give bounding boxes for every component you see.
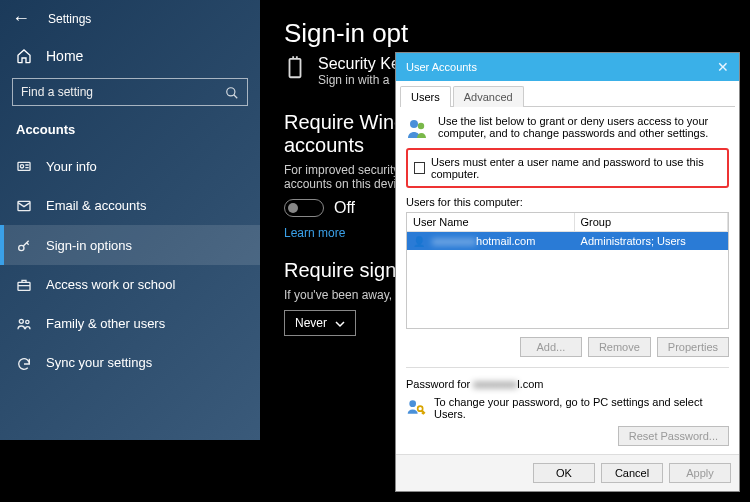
users-icon [406, 115, 430, 140]
user-name-redacted: xxxxxxxx [432, 235, 476, 247]
search-icon [225, 84, 239, 100]
col-group[interactable]: Group [575, 213, 728, 231]
close-icon[interactable]: ✕ [717, 59, 729, 75]
user-buttons: Add... Remove Properties [406, 337, 729, 357]
must-enter-checkbox[interactable] [414, 162, 425, 174]
reset-password-button[interactable]: Reset Password... [618, 426, 729, 446]
user-list-row[interactable]: 👤 xxxxxxxxhotmail.com Administrators; Us… [407, 232, 728, 250]
cancel-button[interactable]: Cancel [601, 463, 663, 483]
svg-point-0 [227, 88, 235, 96]
apply-button[interactable]: Apply [669, 463, 731, 483]
ok-button[interactable]: OK [533, 463, 595, 483]
svg-rect-8 [290, 59, 301, 77]
app-title: Settings [48, 12, 91, 26]
user-accounts-dialog: User Accounts ✕ Users Advanced Use the l… [395, 52, 740, 492]
require-signin-dropdown[interactable]: Never [284, 310, 356, 336]
intro-row: Use the list below to grant or deny user… [406, 115, 729, 140]
sidebar-item-family-other-users[interactable]: Family & other users [0, 304, 260, 343]
sidebar-item-label: Family & other users [46, 316, 165, 331]
divider [406, 367, 729, 368]
must-enter-highlight: Users must enter a user name and passwor… [406, 148, 729, 188]
intro-text: Use the list below to grant or deny user… [438, 115, 729, 140]
tab-strip: Users Advanced [400, 85, 735, 107]
toggle-state-label: Off [334, 199, 355, 217]
sidebar-item-label: Sign-in options [46, 238, 132, 253]
sidebar-item-access-work-or-school[interactable]: Access work or school [0, 265, 260, 304]
home-nav[interactable]: Home [0, 37, 260, 74]
svg-point-10 [418, 123, 424, 129]
search-field[interactable] [12, 78, 248, 106]
user-icon [16, 158, 32, 175]
settings-sidebar: ← Settings Home Accounts Your infoEmail … [0, 0, 260, 440]
tab-advanced[interactable]: Advanced [453, 86, 524, 107]
back-arrow-icon[interactable]: ← [12, 8, 30, 29]
svg-point-9 [410, 120, 418, 128]
dialog-title: User Accounts [406, 61, 477, 73]
dropdown-value: Never [295, 316, 327, 330]
security-key-icon [284, 55, 306, 87]
svg-rect-5 [18, 282, 30, 290]
mail-icon [16, 197, 32, 214]
svg-point-11 [409, 401, 416, 408]
dialog-titlebar: User Accounts ✕ [396, 53, 739, 81]
remove-button[interactable]: Remove [588, 337, 651, 357]
sync-icon [16, 354, 32, 371]
password-message-row: To change your password, go to PC settin… [406, 396, 729, 446]
user-name-suffix: hotmail.com [476, 235, 535, 247]
password-for-label: Password for xxxxxxxxl.com [406, 378, 729, 390]
briefcase-icon [16, 276, 32, 293]
password-message: To change your password, go to PC settin… [434, 396, 729, 420]
svg-point-7 [26, 321, 29, 324]
key-icon [16, 236, 32, 253]
user-avatar-icon: 👤 [413, 236, 425, 247]
dialog-footer: OK Cancel Apply [396, 454, 739, 491]
search-input[interactable] [21, 85, 225, 99]
must-enter-label: Users must enter a user name and passwor… [431, 156, 721, 180]
user-list-header: User Name Group [407, 213, 728, 232]
add-button[interactable]: Add... [520, 337, 582, 357]
sidebar-item-email-accounts[interactable]: Email & accounts [0, 186, 260, 225]
toggle-track [284, 199, 324, 217]
users-for-label: Users for this computer: [406, 196, 729, 208]
password-section: Password for xxxxxxxxl.com To change you… [406, 378, 729, 446]
properties-button[interactable]: Properties [657, 337, 729, 357]
sidebar-item-sign-in-options[interactable]: Sign-in options [0, 225, 260, 264]
tab-users[interactable]: Users [400, 86, 451, 107]
user-list[interactable]: User Name Group 👤 xxxxxxxxhotmail.com Ad… [406, 212, 729, 329]
learn-more-link[interactable]: Learn more [284, 226, 345, 240]
home-label: Home [46, 48, 83, 64]
col-username[interactable]: User Name [407, 213, 575, 231]
settings-header: ← Settings [0, 0, 260, 37]
user-group: Administrators; Users [575, 232, 728, 250]
family-icon [16, 315, 32, 332]
svg-point-6 [19, 320, 23, 324]
home-icon [16, 47, 32, 64]
sidebar-item-label: Your info [46, 159, 97, 174]
sidebar-item-your-info[interactable]: Your info [0, 147, 260, 186]
key-icon [406, 396, 426, 417]
sidebar-item-sync-your-settings[interactable]: Sync your settings [0, 343, 260, 382]
toggle-thumb [288, 203, 298, 213]
svg-point-4 [19, 245, 24, 250]
tab-body: Use the list below to grant or deny user… [396, 107, 739, 454]
sidebar-item-label: Access work or school [46, 277, 175, 292]
section-heading: Accounts [0, 118, 260, 147]
page-title: Sign-in opt [284, 18, 726, 49]
chevron-down-icon [335, 316, 345, 330]
svg-point-2 [20, 165, 23, 168]
sidebar-item-label: Sync your settings [46, 355, 152, 370]
sidebar-item-label: Email & accounts [46, 198, 146, 213]
